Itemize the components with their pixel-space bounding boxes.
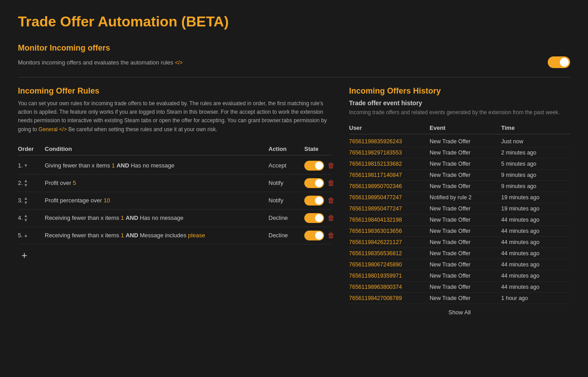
arrow-down-1[interactable]: ▼ — [24, 163, 28, 168]
history-user[interactable]: 76561198950702346 — [349, 183, 430, 189]
history-time: 44 minutes ago — [501, 261, 570, 268]
rule-toggle-3[interactable] — [304, 196, 324, 206]
code-tag: </> — [175, 60, 183, 66]
rule-order-4: 4. ▲ ▼ — [18, 214, 45, 223]
history-row: 76561198950477247Notified by rule 219 mi… — [349, 192, 570, 203]
history-rows-container: 76561198835926243New Trade OfferJust now… — [349, 136, 570, 304]
state-3: 🗑 — [304, 196, 331, 206]
history-user[interactable]: 76561198835926243 — [349, 138, 430, 145]
history-section-title: Incoming Offers History — [349, 86, 570, 96]
header-order: Order — [18, 146, 45, 152]
history-row: 76561198950477247New Trade Offer19 minut… — [349, 203, 570, 214]
history-event: New Trade Offer — [430, 138, 501, 145]
history-event: New Trade Offer — [430, 172, 501, 178]
left-panel: Incoming Offer Rules You can set your ow… — [18, 86, 331, 316]
arrow-down-2[interactable]: ▼ — [24, 183, 28, 188]
history-row: 76561198426221127New Trade Offer44 minut… — [349, 237, 570, 248]
history-event: New Trade Offer — [430, 228, 501, 234]
history-row: 76561198019359971New Trade Offer44 minut… — [349, 270, 570, 282]
delete-btn-4[interactable]: 🗑 — [328, 214, 335, 222]
general-link[interactable]: General </> — [38, 126, 67, 133]
rule-row: 4. ▲ ▼ Receiving fewer than x items 1 AN… — [18, 210, 331, 227]
history-time: 44 minutes ago — [501, 217, 570, 223]
arrow-down-4[interactable]: ▼ — [24, 218, 28, 223]
history-time: 5 minutes ago — [501, 161, 570, 167]
history-event: Notified by rule 2 — [430, 194, 501, 201]
history-user[interactable]: 76561198067245890 — [349, 261, 430, 268]
arrows-2: ▲ ▼ — [24, 179, 28, 188]
rule-row: 5. ▲ Receiving fewer than x items 1 AND … — [18, 227, 331, 244]
action-5: Decline — [268, 232, 304, 239]
history-user[interactable]: 76561198297183553 — [349, 150, 430, 156]
delete-btn-2[interactable]: 🗑 — [328, 179, 335, 187]
history-header-time: Time — [501, 124, 570, 131]
rules-description: You can set your own rules for incoming … — [18, 99, 331, 134]
condition-5: Receiving fewer than x items 1 AND Messa… — [45, 231, 268, 240]
history-row: 76561198067245890New Trade Offer44 minut… — [349, 259, 570, 270]
history-user[interactable]: 76561198404132198 — [349, 217, 430, 223]
action-4: Decline — [268, 214, 304, 221]
history-row: 76561198404132198New Trade Offer44 minut… — [349, 214, 570, 226]
monitor-row: Monitors incoming offers and evaluates t… — [18, 56, 570, 68]
history-time: 19 minutes ago — [501, 194, 570, 201]
history-time: Just now — [501, 138, 570, 145]
general-code-tag: </> — [59, 126, 67, 133]
monitor-section-title: Monitor Incoming offers — [18, 43, 570, 53]
history-table-header: User Event Time — [349, 122, 570, 134]
history-user[interactable]: 76561198356536812 — [349, 250, 430, 257]
history-user[interactable]: 76561198427008789 — [349, 295, 430, 301]
arrows-4: ▲ ▼ — [24, 214, 28, 223]
history-row: 76561198963800374New Trade Offer44 minut… — [349, 282, 570, 293]
arrow-up-5[interactable]: ▲ — [24, 233, 28, 238]
history-row: 76561198117140847New Trade Offer9 minute… — [349, 170, 570, 181]
monitor-section: Monitor Incoming offers Monitors incomin… — [18, 43, 570, 68]
monitor-toggle[interactable] — [548, 56, 570, 68]
history-user[interactable]: 76561198152133682 — [349, 161, 430, 167]
history-user[interactable]: 76561198363013656 — [349, 228, 430, 234]
history-time: 19 minutes ago — [501, 206, 570, 212]
history-row: 76561198835926243New Trade OfferJust now — [349, 136, 570, 147]
show-all-button[interactable]: Show All — [448, 309, 471, 316]
arrows-1: ▼ — [24, 163, 28, 168]
delete-btn-5[interactable]: 🗑 — [328, 231, 335, 240]
show-all-row: Show All — [349, 304, 570, 316]
condition-1: Giving fewer than x items 1 AND Has no m… — [45, 161, 268, 170]
history-header-user: User — [349, 124, 430, 131]
history-user[interactable]: 76561198950477247 — [349, 206, 430, 212]
delete-btn-3[interactable]: 🗑 — [328, 197, 335, 205]
add-rule-button[interactable]: + — [18, 248, 31, 263]
rule-toggle-5[interactable] — [304, 231, 324, 240]
monitor-description: Monitors incoming offers and evaluates t… — [18, 59, 183, 66]
arrows-3: ▲ ▼ — [24, 196, 28, 205]
main-content: Incoming Offer Rules You can set your ow… — [18, 86, 570, 316]
action-1: Accept — [268, 162, 304, 169]
history-user[interactable]: 76561198963800374 — [349, 284, 430, 290]
rule-row: 3. ▲ ▼ Profit percentage over 10 Notify … — [18, 192, 331, 210]
arrow-down-3[interactable]: ▼ — [24, 201, 28, 205]
action-2: Notify — [268, 180, 304, 186]
history-time: 9 minutes ago — [501, 183, 570, 189]
history-user[interactable]: 76561198117140847 — [349, 172, 430, 178]
history-time: 44 minutes ago — [501, 284, 570, 290]
history-row: 76561198427008789New Trade Offer1 hour a… — [349, 293, 570, 304]
history-event: New Trade Offer — [430, 250, 501, 257]
state-5: 🗑 — [304, 231, 331, 240]
history-event: New Trade Offer — [430, 217, 501, 223]
history-user[interactable]: 76561198950477247 — [349, 194, 430, 201]
page-title: Trade Offer Automation (BETA) — [18, 13, 570, 30]
rule-toggle-2[interactable] — [304, 178, 324, 188]
history-event: New Trade Offer — [430, 273, 501, 279]
rule-toggle-1[interactable] — [304, 161, 324, 171]
history-time: 44 minutes ago — [501, 250, 570, 257]
divider — [18, 77, 570, 77]
delete-btn-1[interactable]: 🗑 — [328, 162, 335, 170]
rule-toggle-4[interactable] — [304, 213, 324, 223]
history-row: 76561198950702346New Trade Offer9 minute… — [349, 181, 570, 192]
history-event: New Trade Offer — [430, 183, 501, 189]
condition-2: Profit over 5 — [45, 179, 268, 188]
history-time: 9 minutes ago — [501, 172, 570, 178]
history-user[interactable]: 76561198426221127 — [349, 239, 430, 245]
history-description: Incoming trade offers and related events… — [349, 109, 570, 116]
history-time: 1 hour ago — [501, 295, 570, 301]
history-user[interactable]: 76561198019359971 — [349, 273, 430, 279]
